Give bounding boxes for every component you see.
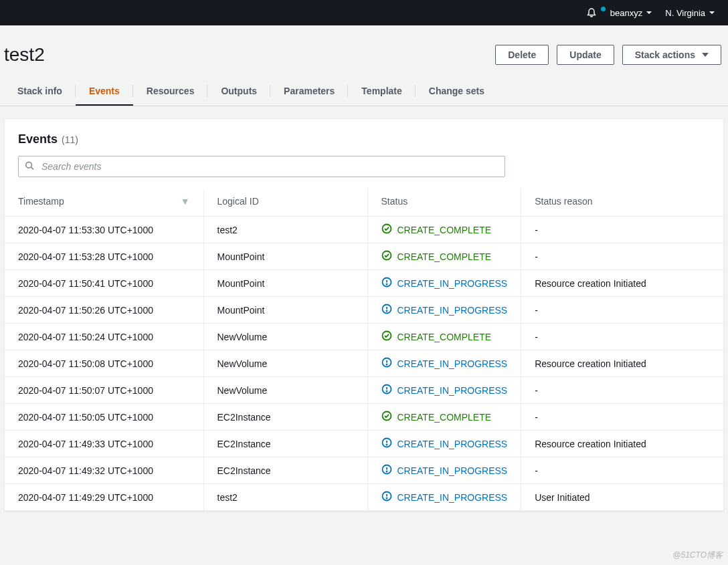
status-info-icon (381, 384, 392, 397)
status-text: CREATE_IN_PROGRESS (397, 465, 508, 476)
account-menu[interactable]: beanxyz (604, 8, 658, 18)
sort-desc-icon: ▼ (181, 196, 190, 207)
cell-status-reason: Resource creation Initiated (521, 270, 723, 297)
cell-status: CREATE_COMPLETE (367, 324, 521, 350)
status-success-icon (381, 411, 392, 423)
delete-button[interactable]: Delete (495, 45, 549, 65)
status-success-icon (381, 250, 392, 263)
cell-timestamp: 2020-04-07 11:53:30 UTC+1000 (5, 217, 203, 243)
region-label: N. Virginia (665, 8, 705, 18)
tab-bar: Stack infoEventsResourcesOutputsParamete… (0, 78, 728, 106)
status-text: CREATE_COMPLETE (397, 332, 492, 342)
status-success-icon (381, 330, 392, 343)
cell-logical-id: MountPoint (203, 243, 367, 270)
table-row[interactable]: 2020-04-07 11:49:32 UTC+1000EC2InstanceC… (5, 457, 723, 484)
cell-timestamp: 2020-04-07 11:49:32 UTC+1000 (5, 457, 203, 484)
cell-logical-id: MountPoint (203, 297, 367, 324)
cell-logical-id: EC2Instance (203, 457, 367, 484)
status-text: CREATE_IN_PROGRESS (397, 385, 508, 396)
cell-status-reason: - (521, 377, 723, 404)
status-text: CREATE_IN_PROGRESS (397, 439, 508, 449)
page-title: test2 (4, 44, 45, 66)
cell-status: CREATE_IN_PROGRESS (367, 350, 521, 377)
cell-status-reason: Resource creation Initiated (521, 350, 723, 377)
table-header-row: Timestamp ▼ Logical ID Status Status rea… (5, 189, 723, 217)
table-row[interactable]: 2020-04-07 11:50:07 UTC+1000NewVolumeCRE… (5, 377, 723, 404)
status-info-icon (381, 491, 392, 503)
search-container (5, 146, 723, 189)
region-menu[interactable]: N. Virginia (658, 8, 721, 18)
table-row[interactable]: 2020-04-07 11:49:29 UTC+1000test2CREATE_… (5, 484, 723, 511)
table-row[interactable]: 2020-04-07 11:50:26 UTC+1000MountPointCR… (5, 297, 723, 324)
cell-status-reason: - (521, 297, 723, 324)
svg-line-1 (31, 167, 34, 170)
col-header-status-reason[interactable]: Status reason (521, 189, 723, 217)
cell-status-reason: Resource creation Initiated (521, 431, 723, 457)
svg-point-16 (386, 390, 387, 391)
update-button[interactable]: Update (557, 45, 614, 65)
table-row[interactable]: 2020-04-07 11:53:30 UTC+1000test2CREATE_… (5, 217, 723, 243)
cell-status: CREATE_IN_PROGRESS (367, 377, 521, 404)
table-row[interactable]: 2020-04-07 11:50:24 UTC+1000NewVolumeCRE… (5, 324, 723, 350)
table-row[interactable]: 2020-04-07 11:50:41 UTC+1000MountPointCR… (5, 270, 723, 297)
tab-template[interactable]: Template (348, 78, 415, 106)
status-text: CREATE_IN_PROGRESS (397, 492, 508, 503)
table-row[interactable]: 2020-04-07 11:53:28 UTC+1000MountPointCR… (5, 243, 723, 270)
cell-timestamp: 2020-04-07 11:50:24 UTC+1000 (5, 324, 203, 350)
cell-logical-id: NewVolume (203, 377, 367, 404)
status-info-icon (381, 277, 392, 290)
tab-outputs[interactable]: Outputs (207, 78, 270, 106)
tab-stack-info[interactable]: Stack info (4, 78, 76, 106)
cell-status-reason: - (521, 217, 723, 243)
cell-timestamp: 2020-04-07 11:50:07 UTC+1000 (5, 377, 203, 404)
status-text: CREATE_COMPLETE (397, 412, 492, 423)
table-row[interactable]: 2020-04-07 11:50:08 UTC+1000NewVolumeCRE… (5, 350, 723, 377)
cell-status-reason: - (521, 457, 723, 484)
search-input[interactable] (18, 156, 505, 177)
action-buttons: Delete Update Stack actions (495, 45, 721, 65)
tab-parameters[interactable]: Parameters (270, 78, 348, 106)
table-row[interactable]: 2020-04-07 11:49:33 UTC+1000EC2InstanceC… (5, 431, 723, 457)
cell-status: CREATE_IN_PROGRESS (367, 484, 521, 511)
account-username: beanxyz (610, 8, 642, 18)
notification-dot-icon (601, 7, 606, 11)
status-text: CREATE_IN_PROGRESS (397, 278, 508, 289)
cell-logical-id: MountPoint (203, 270, 367, 297)
svg-point-26 (386, 497, 387, 498)
svg-point-6 (386, 284, 387, 284)
caret-down-icon (646, 11, 652, 14)
page-header: test2 Delete Update Stack actions (0, 37, 728, 78)
svg-point-23 (386, 471, 387, 471)
cell-status: CREATE_IN_PROGRESS (367, 270, 521, 297)
caret-down-icon (709, 11, 715, 14)
svg-point-0 (26, 162, 32, 168)
events-table: Timestamp ▼ Logical ID Status Status rea… (5, 189, 723, 511)
cell-logical-id: EC2Instance (203, 404, 367, 431)
svg-point-9 (386, 310, 387, 311)
tab-change-sets[interactable]: Change sets (416, 78, 498, 106)
cell-status: CREATE_COMPLETE (367, 217, 521, 243)
cell-status-reason: - (521, 324, 723, 350)
cell-status-reason: - (521, 404, 723, 431)
cell-logical-id: test2 (203, 484, 367, 511)
stack-actions-button[interactable]: Stack actions (622, 45, 721, 65)
cell-timestamp: 2020-04-07 11:50:05 UTC+1000 (5, 404, 203, 431)
cell-logical-id: NewVolume (203, 324, 367, 350)
table-row[interactable]: 2020-04-07 11:50:05 UTC+1000EC2InstanceC… (5, 404, 723, 431)
cell-logical-id: EC2Instance (203, 431, 367, 457)
col-header-logical-id[interactable]: Logical ID (203, 189, 367, 217)
cell-logical-id: NewVolume (203, 350, 367, 377)
panel-title: Events (18, 132, 58, 146)
panel-header: Events (11) (5, 132, 723, 146)
cell-status: CREATE_IN_PROGRESS (367, 457, 521, 484)
status-text: CREATE_COMPLETE (397, 225, 492, 235)
col-header-status[interactable]: Status (367, 189, 521, 217)
tab-resources[interactable]: Resources (133, 78, 208, 106)
svg-point-13 (386, 364, 387, 364)
cell-timestamp: 2020-04-07 11:49:33 UTC+1000 (5, 431, 203, 457)
col-header-timestamp[interactable]: Timestamp ▼ (5, 189, 203, 217)
notifications-button[interactable] (579, 7, 604, 18)
cell-status-reason: User Initiated (521, 484, 723, 511)
tab-events[interactable]: Events (76, 78, 133, 106)
cell-status: CREATE_IN_PROGRESS (367, 431, 521, 457)
